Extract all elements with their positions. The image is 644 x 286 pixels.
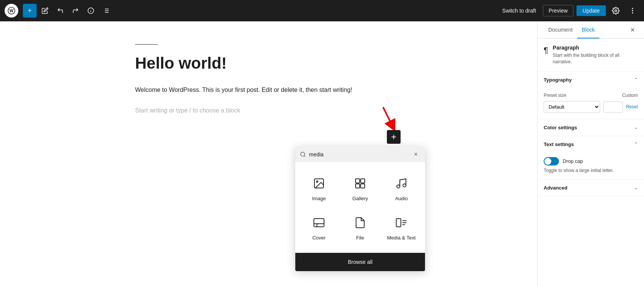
inserter-area: + media × I: [135, 126, 402, 157]
image-block-icon: [310, 174, 328, 193]
preset-size-label: Preset size: [544, 93, 566, 98]
inserter-item-gallery[interactable]: Gallery: [343, 171, 378, 204]
post-body-text: Welcome to WordPress. This is your first…: [135, 87, 352, 93]
audio-block-icon: [392, 174, 411, 193]
svg-rect-23: [356, 184, 360, 188]
inserter-item-cover[interactable]: Cover: [301, 210, 336, 244]
tab-block[interactable]: Block: [577, 21, 599, 38]
text-settings-chevron-up-icon: ⌃: [634, 141, 638, 147]
svg-rect-27: [314, 219, 324, 227]
post-placeholder[interactable]: Start writing or type / to choose a bloc…: [135, 107, 402, 114]
inserter-item-audio[interactable]: Audio: [384, 171, 419, 204]
settings-button[interactable]: [609, 4, 623, 18]
preview-button[interactable]: Preview: [543, 5, 573, 16]
custom-label: Custom: [622, 93, 638, 98]
svg-text:W: W: [10, 8, 14, 13]
inserter-item-media-text[interactable]: Media & Text: [384, 210, 419, 244]
media-text-block-label: Media & Text: [387, 235, 416, 241]
sidebar-close-button[interactable]: ×: [627, 21, 638, 38]
typography-section-body: Preset size Custom Default Small Medium …: [538, 88, 644, 119]
post-content: Hello world! Welcome to WordPress. This …: [135, 44, 402, 157]
list-view-button[interactable]: [99, 4, 113, 18]
typography-section-toggle[interactable]: Typography ⌃: [538, 72, 644, 88]
preset-size-select[interactable]: Default Small Medium Large Extra Large: [544, 101, 600, 113]
reset-button[interactable]: Reset: [626, 104, 638, 109]
gallery-block-label: Gallery: [352, 196, 368, 201]
svg-point-26: [403, 184, 406, 187]
text-settings-toggle[interactable]: Text settings ⌃: [538, 136, 644, 153]
typography-section-title: Typography: [544, 77, 572, 83]
svg-point-12: [632, 8, 633, 9]
color-settings-section: Color settings ⌄: [538, 119, 644, 136]
cover-block-icon: [310, 214, 328, 232]
typography-chevron-up-icon: ⌃: [634, 77, 638, 82]
switch-to-draft-button[interactable]: Switch to draft: [498, 5, 540, 16]
media-text-block-icon: [392, 214, 411, 232]
color-settings-chevron-down-icon: ⌄: [634, 125, 638, 130]
undo-button[interactable]: [53, 4, 67, 18]
svg-point-11: [615, 10, 617, 12]
block-title: Paragraph: [553, 45, 638, 51]
inserter-popup: media × Image: [295, 147, 425, 271]
inserter-search-input[interactable]: media: [309, 151, 408, 157]
text-settings-title: Text settings: [544, 141, 574, 147]
image-block-label: Image: [312, 196, 326, 201]
wordpress-logo: W: [5, 4, 18, 18]
editor-area[interactable]: Hello world! Welcome to WordPress. This …: [0, 21, 537, 286]
main-toolbar: W + Switch to draft Preview Update: [0, 0, 644, 21]
advanced-chevron-down-icon: ⌄: [634, 185, 638, 190]
post-title[interactable]: Hello world!: [135, 54, 402, 73]
more-options-button[interactable]: [626, 4, 639, 18]
redo-button[interactable]: [69, 4, 82, 18]
color-settings-title: Color settings: [544, 125, 577, 130]
advanced-section-title: Advanced: [544, 185, 567, 191]
block-info-text: Paragraph Start with the building block …: [553, 45, 638, 65]
block-inserter-container: + media × I: [387, 130, 401, 144]
edit-button[interactable]: [38, 4, 52, 18]
gallery-block-icon: [351, 174, 369, 193]
search-icon: [300, 151, 306, 157]
file-block-icon: [351, 214, 369, 232]
text-settings-body: Drop cap Toggle to show a large initial …: [538, 153, 644, 179]
audio-block-label: Audio: [395, 196, 407, 201]
add-block-button[interactable]: +: [23, 4, 37, 18]
svg-line-16: [383, 107, 393, 126]
inserter-item-image[interactable]: Image: [301, 171, 336, 204]
cover-block-label: Cover: [312, 235, 326, 241]
drop-cap-hint: Toggle to show a large initial letter.: [544, 168, 638, 173]
typography-section: Typography ⌃ Preset size Custom Default …: [538, 72, 644, 119]
main-layout: Hello world! Welcome to WordPress. This …: [0, 21, 644, 286]
inserter-search-close-button[interactable]: ×: [411, 150, 420, 159]
svg-point-17: [301, 152, 305, 156]
browse-all-button[interactable]: Browse all: [295, 253, 425, 271]
sidebar-tabs: Document Block ×: [538, 21, 644, 39]
tab-document[interactable]: Document: [544, 21, 577, 38]
svg-rect-30: [396, 219, 401, 227]
svg-rect-22: [361, 179, 365, 183]
drop-cap-toggle[interactable]: [544, 157, 559, 165]
inserter-item-file[interactable]: File: [343, 210, 378, 244]
custom-size-input[interactable]: [603, 101, 623, 112]
advanced-section-toggle[interactable]: Advanced ⌄: [538, 180, 644, 196]
post-body[interactable]: Welcome to WordPress. This is your first…: [135, 85, 402, 95]
preset-custom-row: Preset size Custom: [544, 93, 638, 98]
info-button[interactable]: [84, 4, 98, 18]
paragraph-icon: ¶: [544, 45, 548, 55]
svg-point-25: [397, 185, 400, 188]
svg-point-20: [316, 181, 318, 182]
sidebar: Document Block × ¶ Paragraph Start with …: [537, 21, 644, 286]
svg-point-14: [632, 13, 633, 13]
advanced-section: Advanced ⌄: [538, 180, 644, 196]
file-block-label: File: [356, 235, 364, 241]
text-settings-section: Text settings ⌃ Drop cap Toggle to show …: [538, 136, 644, 180]
svg-rect-24: [361, 184, 365, 188]
post-divider: [135, 44, 158, 45]
svg-line-18: [304, 156, 305, 157]
block-inserter-button[interactable]: +: [387, 130, 401, 144]
svg-point-13: [632, 10, 633, 11]
block-desc: Start with the building block of all nar…: [553, 52, 638, 65]
color-settings-toggle[interactable]: Color settings ⌄: [538, 119, 644, 136]
inserter-grid: Image Gallery: [295, 162, 425, 253]
update-button[interactable]: Update: [576, 5, 606, 16]
svg-rect-21: [356, 179, 360, 183]
